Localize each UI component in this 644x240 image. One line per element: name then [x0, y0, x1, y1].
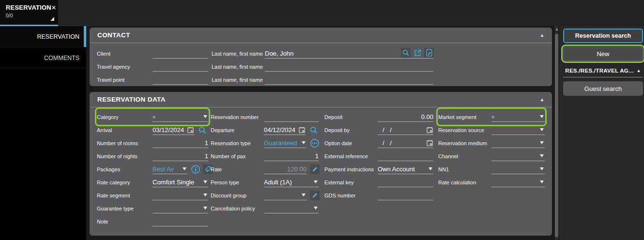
field-rate-category: Rate category Comfort Single: [97, 176, 208, 189]
reservation-type-dropdown[interactable]: Guaranteed: [264, 138, 307, 148]
calendar-icon[interactable]: [187, 126, 194, 134]
deposit-input[interactable]: 0.00: [378, 112, 433, 122]
button-label: New: [597, 50, 609, 58]
scrollbar-thumb[interactable]: [555, 34, 558, 237]
guarantee-type-label: Guarantee type: [97, 206, 153, 211]
section-title: RESERVATION DATA: [97, 96, 166, 103]
arrival-label: Arrival: [97, 127, 153, 133]
collapse-icon[interactable]: ▲: [540, 33, 544, 38]
external-reference-input[interactable]: [378, 151, 433, 161]
rate-category-label: Rate category: [97, 180, 153, 185]
scroll-up-icon[interactable]: [555, 28, 558, 30]
search-icon[interactable]: [309, 125, 319, 135]
reservation-number-label: Reservation number: [211, 114, 264, 120]
chevron-down-icon: [540, 180, 544, 183]
vertical-scrollbar[interactable]: [555, 26, 558, 240]
reservation-data-header: RESERVATION DATA ▲: [90, 92, 552, 107]
arrival-date-input[interactable]: 03/12/2024: [153, 125, 194, 135]
reservation-source-dropdown[interactable]: [491, 125, 545, 135]
field-number-of-rooms: Number of rooms 1: [97, 136, 208, 150]
reservation-medium-dropdown[interactable]: [491, 138, 545, 148]
rate-segment-dropdown[interactable]: [153, 190, 208, 200]
field-rate: Rate 120.00: [211, 163, 319, 176]
document-edit-icon[interactable]: [424, 48, 434, 58]
chevron-down-icon: [540, 128, 544, 131]
ellipsis-options-icon[interactable]: [310, 138, 320, 148]
number-of-pax-input[interactable]: 1: [264, 151, 319, 161]
field-rate-calculation: Rate calculation: [438, 176, 545, 189]
number-of-rooms-input[interactable]: 1: [153, 138, 208, 148]
field-packages: Packages Best Av $: [97, 163, 208, 176]
chevron-down-icon: [540, 154, 544, 157]
guarantee-type-dropdown[interactable]: [153, 203, 208, 213]
chevron-down-icon: [183, 167, 186, 170]
channel-dropdown[interactable]: [491, 151, 545, 161]
travel-point-name-input[interactable]: [265, 75, 433, 85]
rate-label: Rate: [211, 166, 264, 172]
person-type-dropdown[interactable]: Adult (1A): [264, 177, 319, 187]
close-icon[interactable]: ✕: [51, 5, 56, 11]
chevron-down-icon: [540, 167, 544, 170]
group-header-res-res-travel-ag[interactable]: RES./RES./TRAVEL AG... ▲: [563, 68, 643, 74]
tab-reservation[interactable]: RESERVATION ✕ 0/0: [0, 0, 58, 26]
travel-agency-name-input[interactable]: [265, 61, 433, 72]
channel-label: Channel: [438, 153, 491, 159]
discount-group-dropdown[interactable]: [264, 190, 307, 200]
rate-category-dropdown[interactable]: Comfort Single: [153, 177, 208, 187]
button-label: Guest search: [584, 85, 622, 92]
client-input[interactable]: [153, 48, 208, 59]
rate-calculation-dropdown[interactable]: [491, 177, 545, 187]
nn1-label: NN1: [438, 166, 491, 172]
calendar-icon[interactable]: [426, 139, 433, 147]
category-dropdown[interactable]: »: [153, 112, 208, 122]
packages-dropdown[interactable]: Best Av: [153, 164, 187, 174]
contact-header: CONTACT ▲: [90, 28, 552, 43]
chevron-down-icon: [302, 141, 306, 144]
travel-point-input[interactable]: [153, 75, 208, 85]
payment-instructions-label: Payment instructions: [324, 166, 378, 172]
app-window: RESERVATION ✕ 0/0 RESERVATION COMMENTS C…: [0, 0, 644, 240]
reservation-search-button[interactable]: Reservation search: [563, 29, 643, 43]
edit-pencil-icon[interactable]: [310, 191, 320, 200]
sidebar-item-reservation[interactable]: RESERVATION: [0, 26, 86, 47]
field-deposit-by: Deposit by / /: [324, 123, 433, 136]
reservation-number-input[interactable]: [264, 112, 319, 122]
edit-pencil-icon[interactable]: [310, 165, 320, 174]
rate-input: 120.00: [264, 164, 307, 174]
gds-number-input[interactable]: [378, 190, 433, 200]
note-input[interactable]: [153, 216, 208, 226]
tab-corner-icon[interactable]: [50, 17, 54, 21]
search-icon[interactable]: [401, 48, 411, 58]
market-segment-dropdown[interactable]: »: [491, 112, 545, 122]
calendar-icon[interactable]: [426, 126, 433, 134]
chevron-down-icon: [203, 115, 207, 118]
guest-search-button[interactable]: Guest search: [563, 81, 643, 96]
client-name-label: Last name, first name: [212, 51, 265, 57]
calendar-icon[interactable]: [298, 126, 306, 134]
open-external-icon[interactable]: [413, 48, 422, 58]
gds-number-label: GDS number: [324, 193, 378, 198]
cancellation-policy-dropdown[interactable]: [264, 203, 319, 213]
collapse-icon[interactable]: ▲: [540, 97, 544, 102]
nn1-dropdown[interactable]: [491, 164, 545, 174]
departure-date-input[interactable]: 04/12/2024: [264, 125, 306, 135]
chevron-down-icon: [203, 194, 207, 196]
sidebar-item-label: COMMENTS: [44, 55, 79, 61]
travel-agency-input[interactable]: [153, 61, 208, 72]
new-button[interactable]: New: [563, 46, 643, 61]
deposit-by-date-input[interactable]: / /: [378, 125, 433, 135]
option-date-input[interactable]: / /: [378, 138, 433, 148]
search-icon[interactable]: [198, 125, 207, 135]
external-key-input[interactable]: [378, 177, 433, 187]
travel-point-label: Travel point: [97, 77, 153, 83]
left-sidebar: RESERVATION COMMENTS: [0, 26, 86, 240]
chevron-down-icon: [540, 141, 544, 144]
field-payment-instructions: Payment instructions Own Account: [324, 163, 433, 176]
info-icon[interactable]: [191, 165, 200, 174]
chevron-down-icon: [302, 194, 306, 196]
payment-instructions-dropdown[interactable]: Own Account: [378, 164, 433, 174]
tab-counter: 0/0: [6, 13, 53, 18]
number-of-nights-input[interactable]: 1: [153, 151, 208, 161]
contact-row-travel-point: Travel point Last name, first name: [97, 73, 433, 86]
sidebar-item-comments[interactable]: COMMENTS: [0, 47, 86, 69]
